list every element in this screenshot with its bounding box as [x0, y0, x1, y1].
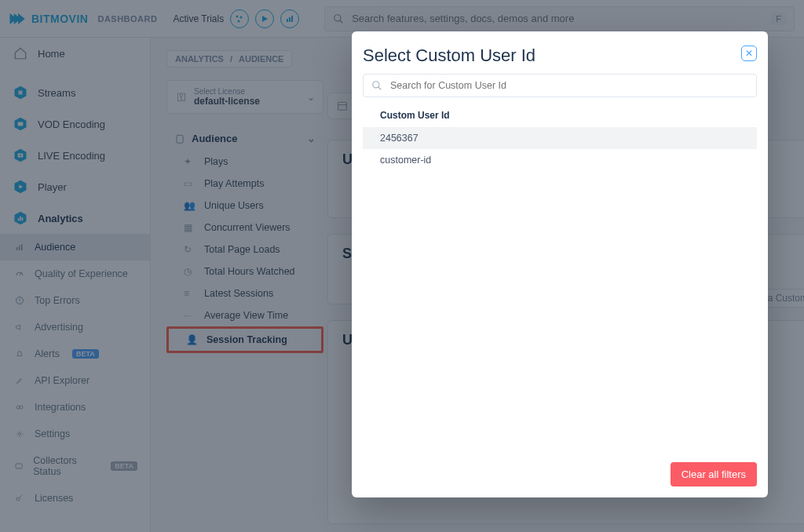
modal-option-1[interactable]: customer-id — [363, 149, 757, 171]
modal-search-input[interactable] — [389, 79, 748, 92]
modal-column-header: Custom User Id — [363, 102, 757, 127]
clear-filters-button[interactable]: Clear all filters — [671, 462, 757, 486]
modal-search[interactable] — [363, 74, 757, 97]
svg-point-34 — [373, 82, 379, 88]
search-icon — [371, 80, 382, 91]
custom-user-id-modal: Select Custom User Id ✕ Custom User Id 2… — [352, 31, 768, 497]
modal-option-0[interactable]: 2456367 — [363, 127, 757, 149]
modal-title: Select Custom User Id — [363, 46, 535, 66]
close-icon: ✕ — [745, 48, 753, 59]
close-button[interactable]: ✕ — [741, 46, 757, 61]
svg-line-35 — [378, 87, 382, 90]
